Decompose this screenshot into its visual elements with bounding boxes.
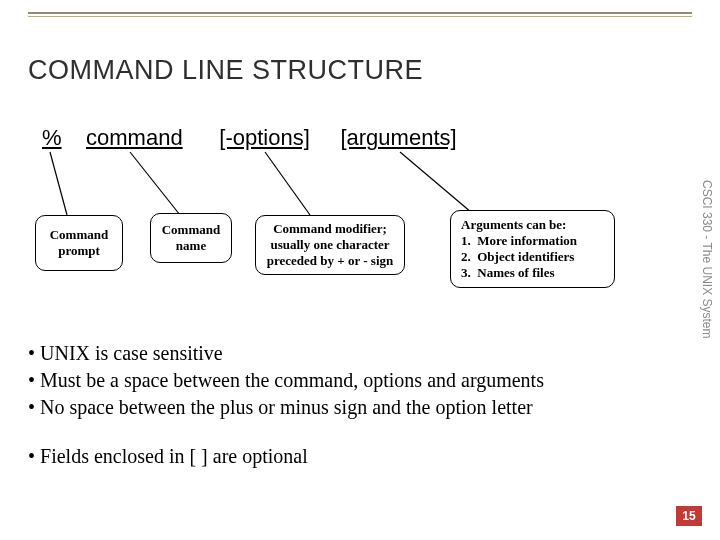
callout-prompt-text: Command prompt bbox=[44, 227, 114, 259]
slide-title: COMMAND LINE STRUCTURE bbox=[28, 55, 423, 86]
callout-modifier: Command modifier; usually one character … bbox=[255, 215, 405, 275]
bullet-4: Fields enclosed in [ ] are optional bbox=[40, 445, 308, 467]
callout-args-item-2: Object identifiers bbox=[477, 249, 574, 264]
callout-args-item-1: More information bbox=[477, 233, 577, 248]
svg-line-0 bbox=[50, 152, 67, 215]
syntax-options: [-options] bbox=[219, 125, 310, 151]
bullet-2: Must be a space between the command, opt… bbox=[40, 369, 544, 391]
top-rule bbox=[28, 12, 692, 15]
syntax-line: % command [-options] [arguments] bbox=[42, 125, 457, 151]
svg-line-2 bbox=[265, 152, 310, 215]
callout-name-text: Command name bbox=[159, 222, 223, 254]
svg-line-1 bbox=[130, 152, 180, 215]
syntax-arguments: [arguments] bbox=[340, 125, 456, 151]
bullet-group-1: • UNIX is case sensitive • Must be a spa… bbox=[28, 340, 680, 421]
callout-modifier-text: Command modifier; usually one character … bbox=[264, 221, 396, 269]
slide: COMMAND LINE STRUCTURE % command [-optio… bbox=[0, 0, 720, 540]
callout-name: Command name bbox=[150, 213, 232, 263]
bullet-3: No space between the plus or minus sign … bbox=[40, 396, 533, 418]
callout-args-item-3: Names of files bbox=[477, 265, 554, 280]
syntax-command: command bbox=[86, 125, 183, 151]
page-number: 15 bbox=[676, 506, 702, 526]
svg-line-3 bbox=[400, 152, 478, 218]
syntax-prompt: % bbox=[42, 125, 62, 151]
callout-args-title: Arguments can be: bbox=[461, 217, 604, 233]
bullet-group-2: • Fields enclosed in [ ] are optional bbox=[28, 445, 680, 468]
callout-prompt: Command prompt bbox=[35, 215, 123, 271]
side-course-label: CSCI 330 - The UNIX System bbox=[700, 180, 714, 339]
bullet-1: UNIX is case sensitive bbox=[40, 342, 223, 364]
callout-arguments: Arguments can be: 1. More information 2.… bbox=[450, 210, 615, 288]
